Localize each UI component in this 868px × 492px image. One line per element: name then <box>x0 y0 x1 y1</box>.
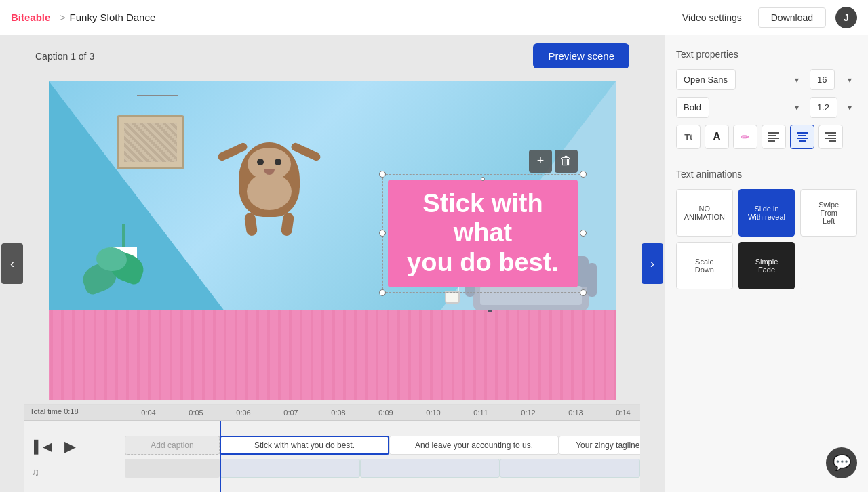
time-0-07: 0:07 <box>267 409 315 417</box>
clip-tagline-text[interactable]: Your zingy tagline here - yourwebsi.te <box>559 436 640 455</box>
svg-rect-1 <box>768 135 776 136</box>
anim-scale-down-label: Scale Down <box>695 258 714 274</box>
download-button[interactable]: Download <box>758 7 826 28</box>
sofa-cushion <box>480 286 582 305</box>
handle-top-left[interactable] <box>379 171 386 178</box>
playhead <box>220 421 221 492</box>
svg-rect-5 <box>798 135 806 136</box>
handle-bottom-left[interactable] <box>379 289 386 296</box>
font-weight-select[interactable]: Bold <box>676 97 709 118</box>
text-resize-button[interactable]: Tt <box>676 125 701 149</box>
main-layout: ‹ Caption 1 of 3 Preview scene <box>0 35 868 492</box>
text-overlay-line2: what <box>454 218 513 247</box>
svg-rect-9 <box>828 135 836 136</box>
clip-sloth-text[interactable]: Stick with what you do best. <box>220 436 389 455</box>
sofa-arm-right <box>587 263 597 297</box>
svg-rect-6 <box>797 138 808 139</box>
anim-simple-fade[interactable]: Simple Fade <box>738 242 795 289</box>
user-avatar[interactable]: J <box>835 7 857 28</box>
picture-frame <box>117 115 184 169</box>
time-0-06: 0:06 <box>220 409 267 417</box>
align-left-button[interactable] <box>762 125 786 149</box>
handle-mid-right[interactable] <box>580 230 587 237</box>
clip-accounting-text[interactable]: And leave your accounting to us. <box>389 436 559 455</box>
time-0-14: 0:14 <box>599 409 640 417</box>
handle-top-right[interactable] <box>580 171 587 178</box>
transport-controls: ▌◀ ▶ ♫ <box>24 421 125 492</box>
text-overlay-box[interactable]: Stick with what you do best. <box>388 180 578 287</box>
text-overlay-wrapper[interactable]: + 🗑 <box>388 180 578 287</box>
left-nav-area: ‹ <box>0 35 24 492</box>
right-panel: Text properties Open Sans 16 Bold <box>665 35 868 492</box>
svg-rect-2 <box>768 138 779 139</box>
svg-rect-0 <box>768 132 779 134</box>
chat-support-button[interactable]: 💬 <box>826 447 857 478</box>
scene-area: + 🗑 <box>24 77 640 404</box>
music-row: ♫ <box>31 464 118 481</box>
handle-mid-left[interactable] <box>379 230 386 237</box>
font-weight-wrapper: Bold <box>676 97 804 118</box>
align-center-button[interactable] <box>790 125 814 149</box>
anim-swipe-from-left[interactable]: Swipe From Left <box>800 189 857 237</box>
anim-empty <box>800 242 857 289</box>
anim-slide-in-reveal[interactable]: Slide in With reveal <box>738 189 795 237</box>
time-0-09: 0:09 <box>362 409 410 417</box>
add-text-button[interactable]: + <box>529 150 552 173</box>
line-height-select[interactable]: 1.2 <box>810 97 837 118</box>
add-caption-clip[interactable]: Add caption <box>125 436 220 455</box>
picture-wire <box>137 95 178 96</box>
play-button[interactable]: ▶ <box>62 435 79 458</box>
rewind-button[interactable]: ▌◀ <box>31 436 55 457</box>
empty-track-1 <box>125 459 220 478</box>
sloth-torso <box>239 142 300 217</box>
transport-row: ▌◀ ▶ <box>31 432 118 461</box>
font-color-button[interactable]: A <box>705 125 729 149</box>
breadcrumb-separator: > <box>60 12 65 23</box>
plant-stem <box>122 224 125 247</box>
sloth-character <box>239 129 300 217</box>
video-clip-3[interactable] <box>500 459 640 478</box>
text-animations-title: Text animations <box>676 169 857 180</box>
svg-rect-7 <box>799 140 806 142</box>
panel-divider <box>676 159 857 159</box>
time-0-05: 0:05 <box>172 409 220 417</box>
line-height-wrapper: 1.2 <box>810 97 857 118</box>
video-clip-1[interactable] <box>220 459 360 478</box>
anim-no-animation[interactable]: NO ANIMATION <box>676 189 733 237</box>
font-row: Open Sans 16 <box>676 69 857 90</box>
handle-center-dot[interactable] <box>481 177 485 181</box>
text-overlay-line1: Stick with <box>422 189 542 218</box>
timeline-ruler: Total time 0:18 0:04 0:05 0:06 0:07 0:08… <box>24 405 640 421</box>
video-settings-link[interactable]: Video settings <box>682 12 742 23</box>
scene-canvas[interactable]: + 🗑 <box>49 81 616 400</box>
anim-slide-in-reveal-label: Slide in With reveal <box>748 205 785 221</box>
right-nav-area: › <box>640 35 665 492</box>
svg-rect-3 <box>768 140 775 142</box>
scene-floor <box>49 310 616 400</box>
sloth-mouth <box>264 169 275 175</box>
video-clip-2[interactable] <box>360 459 500 478</box>
animations-grid: NO ANIMATION Slide in With reveal Swipe … <box>676 189 857 289</box>
svg-rect-4 <box>797 132 808 134</box>
font-size-select[interactable]: 16 <box>810 69 835 90</box>
delete-text-button[interactable]: 🗑 <box>555 150 578 173</box>
highlight-button[interactable]: ✏ <box>733 125 757 149</box>
next-scene-button[interactable]: › <box>642 243 663 284</box>
anim-swipe-from-left-label: Swipe From Left <box>818 201 839 225</box>
text-selection-container: Stick with what you do best. <box>388 180 578 287</box>
biteable-logo[interactable]: Biteable <box>11 12 50 23</box>
caption-track: Add caption Stick with what you do best.… <box>125 436 640 455</box>
svg-rect-8 <box>825 132 836 134</box>
time-0-12: 0:12 <box>505 409 552 417</box>
music-icon: ♫ <box>31 466 39 478</box>
coffee-cup <box>445 291 460 304</box>
handle-bottom-right[interactable] <box>580 289 587 296</box>
prev-scene-button[interactable]: ‹ <box>1 243 23 284</box>
align-right-button[interactable] <box>818 125 843 149</box>
anim-no-animation-label: NO ANIMATION <box>684 205 725 221</box>
font-family-select[interactable]: Open Sans <box>676 69 736 90</box>
anim-scale-down[interactable]: Scale Down <box>676 242 733 289</box>
preview-scene-button[interactable]: Preview scene <box>533 43 629 68</box>
timeline: Total time 0:18 0:04 0:05 0:06 0:07 0:08… <box>24 404 640 492</box>
sloth-eye-left <box>257 159 264 165</box>
